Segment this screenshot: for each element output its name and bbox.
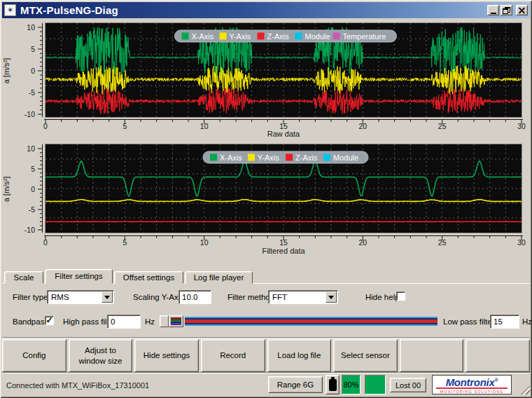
minimize-icon [491, 13, 496, 14]
svg-text:Raw data: Raw data [267, 130, 300, 138]
svg-text:Filtered data: Filtered data [262, 247, 305, 255]
filter-method-select[interactable]: FFT [268, 290, 338, 304]
check-icon: ✓ [46, 315, 52, 325]
svg-text:20: 20 [358, 122, 367, 130]
filtered-data-chart: -10-50510051015202530Filtered dataa [m/s… [0, 140, 532, 261]
svg-text:5: 5 [31, 165, 35, 173]
svg-text:30: 30 [517, 238, 526, 247]
montronix-logo: Montronix® MONITORING SOLUTIONS [432, 375, 512, 394]
slider-end-cap[interactable] [160, 315, 169, 327]
slider-handle[interactable] [169, 315, 183, 327]
battery-button[interactable] [326, 375, 340, 394]
high-pass-filter-input[interactable] [107, 315, 141, 329]
tab-bar: ScaleFilter settingsOffset settingsLog f… [4, 269, 253, 284]
battery-percent-value: 80% [343, 380, 358, 389]
logo-underline [436, 387, 507, 389]
window-title: MTX-PulseNG-Diag [20, 4, 118, 16]
high-pass-unit-label: Hz [145, 317, 155, 326]
filter-type-dropdown-arrow-icon[interactable] [102, 291, 113, 303]
separator [2, 337, 530, 338]
window-controls [487, 5, 530, 15]
svg-text:10: 10 [27, 144, 35, 153]
hide-settings-button[interactable]: Hide settings [134, 339, 199, 372]
svg-text:X-Axis: X-Axis [220, 153, 242, 162]
svg-text:5: 5 [122, 238, 127, 247]
connection-status: Connected with MTX_WiFiBox_17310001 [6, 381, 149, 390]
minimize-button[interactable] [487, 5, 499, 15]
battery-percent-badge: 80% [342, 375, 360, 394]
app-window: ✶ MTX-PulseNG-Diag -10-50510051015202530… [0, 0, 532, 398]
svg-text:0: 0 [31, 185, 35, 193]
filter-type-select[interactable]: RMS [47, 290, 114, 304]
config-button[interactable]: Config [2, 339, 66, 372]
svg-text:-10: -10 [24, 226, 35, 234]
filter-type-label: Filter type: [13, 293, 50, 301]
svg-text:Module: Module [305, 32, 330, 41]
slider-track[interactable] [185, 317, 438, 326]
range-button[interactable]: Range 6G [268, 376, 323, 393]
empty-button-6[interactable] [400, 339, 464, 372]
titlebar[interactable]: ✶ MTX-PulseNG-Diag [2, 2, 530, 18]
bandpass-slider[interactable] [160, 315, 438, 327]
svg-text:Module: Module [333, 153, 358, 162]
svg-text:-10: -10 [24, 110, 35, 118]
adjust-to-window-size-button[interactable]: Adjust to window size [69, 339, 133, 372]
svg-text:X-Axis: X-Axis [192, 32, 214, 41]
battery-icon [329, 379, 337, 391]
svg-text:5: 5 [31, 45, 35, 53]
close-icon [518, 6, 526, 14]
record-button[interactable]: Record [201, 339, 265, 372]
svg-text:15: 15 [279, 238, 288, 247]
tab-offset-settings[interactable]: Offset settings [114, 271, 183, 284]
bandpass-checkbox[interactable]: ✓ [45, 316, 54, 325]
svg-text:Z-Axis: Z-Axis [295, 153, 318, 162]
low-pass-unit-label: Hz [522, 317, 532, 326]
low-pass-filter-input[interactable] [490, 315, 519, 329]
resize-grip-icon[interactable] [521, 385, 530, 394]
svg-text:Z-Axis: Z-Axis [267, 32, 290, 41]
svg-text:10: 10 [200, 238, 209, 247]
app-icon: ✶ [4, 4, 16, 16]
restore-icon [503, 7, 510, 14]
restore-button[interactable] [500, 5, 512, 15]
lost-packets-button[interactable]: Lost 00 [390, 378, 426, 392]
svg-text:5: 5 [122, 122, 127, 130]
hide-help-checkbox[interactable] [396, 291, 405, 301]
svg-text:20: 20 [358, 238, 367, 247]
button-bar: ConfigAdjust to window sizeHide settings… [1, 339, 531, 372]
svg-text:10: 10 [200, 122, 209, 130]
svg-text:25: 25 [438, 238, 447, 247]
svg-text:Y-Axis: Y-Axis [258, 153, 279, 162]
tab-scale[interactable]: Scale [4, 271, 43, 284]
lost-packets-label: Lost 00 [396, 381, 421, 390]
settings-panel: Filter type: RMS Scaling Y-Axis: Filter … [0, 284, 532, 337]
logo-subtext: MONITORING SOLUTIONS [440, 390, 504, 394]
slider-handle-stripes-icon [171, 317, 181, 325]
svg-text:-5: -5 [29, 88, 35, 97]
load-log-file-button[interactable]: Load log file [267, 339, 332, 372]
close-button[interactable] [516, 5, 528, 15]
range-label: Range 6G [277, 380, 314, 389]
app-icon-glyph: ✶ [7, 6, 13, 15]
filter-type-value: RMS [48, 293, 101, 301]
svg-text:0: 0 [31, 67, 35, 75]
filter-method-dropdown-arrow-icon[interactable] [326, 291, 337, 303]
scaling-y-axis-input[interactable] [178, 290, 211, 304]
tab-filter-settings[interactable]: Filter settings [45, 269, 113, 284]
connection-indicator [365, 375, 386, 394]
raw-data-chart: -10-50510051015202530Raw dataa [m/s²]X-A… [0, 19, 532, 139]
filter-method-value: FFT [269, 293, 325, 301]
svg-text:Y-Axis: Y-Axis [230, 32, 251, 41]
low-pass-filter-label: Low pass filter: [443, 317, 497, 326]
empty-button-7[interactable] [465, 339, 530, 372]
svg-text:-5: -5 [29, 205, 35, 214]
svg-text:a [m/s²]: a [m/s²] [2, 177, 10, 203]
svg-text:10: 10 [27, 23, 35, 32]
registered-mark-icon: ® [494, 378, 498, 383]
svg-text:25: 25 [438, 122, 447, 130]
select-sensor-button[interactable]: Select sensor [333, 339, 398, 372]
svg-text:Temperature: Temperature [343, 32, 386, 41]
svg-text:0: 0 [43, 122, 48, 130]
tab-log-file-player[interactable]: Log file player [185, 271, 253, 284]
logo-text: Montronix® [446, 376, 498, 387]
